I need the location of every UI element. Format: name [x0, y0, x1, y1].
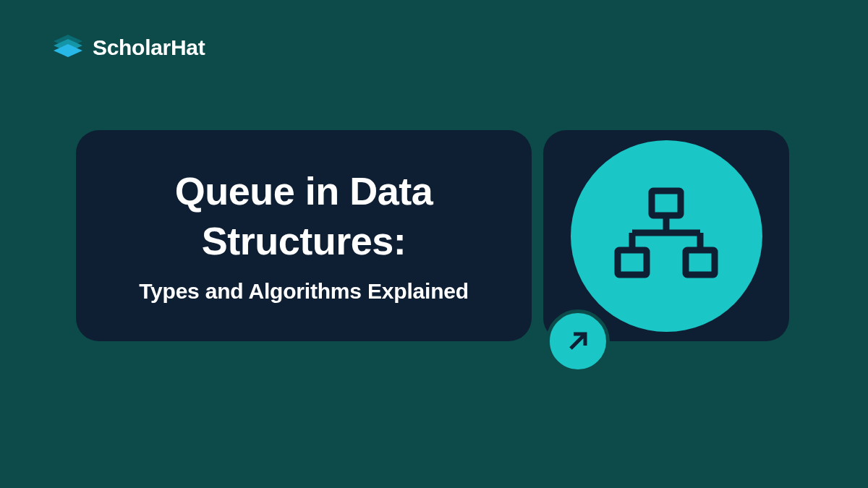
- page-title: Queue in Data Structures:: [111, 166, 497, 266]
- title-card: Queue in Data Structures: Types and Algo…: [76, 130, 532, 341]
- arrow-badge: [546, 309, 610, 373]
- page-subtitle: Types and Algorithms Explained: [111, 279, 497, 304]
- tree-structure-icon: [612, 185, 720, 286]
- circle-background: [571, 140, 762, 332]
- brand-logo: ScholarHat: [52, 35, 205, 61]
- brand-name: ScholarHat: [93, 35, 205, 60]
- layers-icon: [52, 35, 84, 61]
- svg-rect-0: [652, 191, 681, 215]
- svg-rect-6: [686, 250, 715, 275]
- arrow-up-right-icon: [564, 328, 592, 355]
- content-container: Queue in Data Structures: Types and Algo…: [76, 130, 789, 341]
- svg-rect-5: [618, 250, 647, 275]
